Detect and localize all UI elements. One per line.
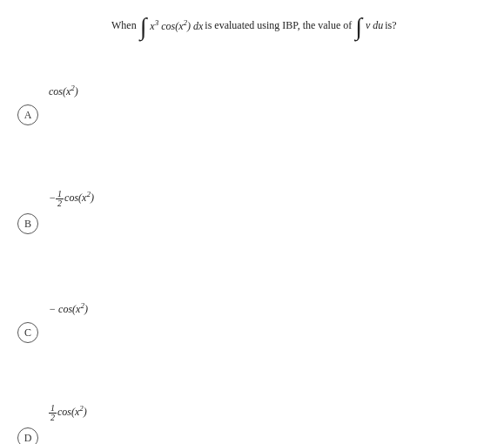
option-a-badge: A: [17, 104, 38, 125]
integral-symbol-2: ∫: [355, 15, 362, 39]
question-mid: is evaluated using IBP, the value of: [205, 19, 352, 32]
integrand-2: v du: [366, 19, 383, 32]
option-c[interactable]: − cos(x2) C: [17, 301, 88, 343]
option-d-text: 12cos(x2): [49, 404, 87, 422]
integrand-1: x3 cos(x2) dx: [150, 18, 203, 33]
integral-symbol-1: ∫: [140, 15, 147, 39]
option-c-text: − cos(x2): [49, 301, 88, 317]
option-c-badge: C: [17, 322, 38, 343]
option-a-text: cos(x2): [49, 84, 78, 99]
question-tail: is?: [385, 19, 396, 32]
option-b-badge: B: [17, 213, 38, 234]
question-pre: When: [111, 19, 137, 32]
option-b-text: −12cos(x2): [49, 190, 94, 208]
option-b[interactable]: −12cos(x2) B: [17, 190, 94, 234]
option-a[interactable]: cos(x2) A: [17, 84, 78, 125]
question-stem: When ∫ x3 cos(x2) dx is evaluated using …: [111, 13, 495, 37]
option-d-badge: D: [17, 427, 38, 444]
option-d[interactable]: 12cos(x2) D: [17, 404, 87, 444]
